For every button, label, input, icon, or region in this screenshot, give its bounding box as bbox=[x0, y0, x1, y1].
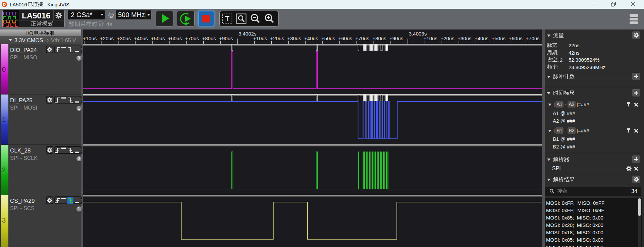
svg-text:+20us: +20us bbox=[270, 36, 284, 41]
svg-text:+90us: +90us bbox=[389, 36, 403, 41]
svg-text:+80us: +80us bbox=[202, 36, 216, 41]
svg-text:+40us: +40us bbox=[475, 36, 488, 41]
svg-text:+70us: +70us bbox=[185, 36, 199, 41]
svg-text:+20us: +20us bbox=[100, 36, 114, 41]
svg-text:+10us: +10us bbox=[424, 36, 437, 41]
svg-text:+30us: +30us bbox=[287, 36, 301, 41]
svg-text:+50us: +50us bbox=[151, 36, 165, 41]
svg-text:+30us: +30us bbox=[458, 36, 471, 41]
svg-text:+50us: +50us bbox=[321, 36, 335, 41]
svg-text:+60us: +60us bbox=[338, 36, 352, 41]
svg-text:+90us: +90us bbox=[219, 36, 233, 41]
svg-text:+10us: +10us bbox=[83, 36, 97, 41]
svg-text:+40us: +40us bbox=[304, 36, 318, 41]
svg-text:+70us: +70us bbox=[356, 36, 369, 41]
svg-text:+80us: +80us bbox=[372, 36, 386, 41]
svg-text:+10us: +10us bbox=[253, 36, 267, 41]
svg-text:+60us: +60us bbox=[168, 36, 182, 41]
svg-text:+70us: +70us bbox=[526, 36, 539, 41]
svg-text:+50us: +50us bbox=[492, 36, 505, 41]
svg-text:+30us: +30us bbox=[117, 36, 131, 41]
svg-text:+60us: +60us bbox=[509, 36, 523, 41]
svg-text:+20us: +20us bbox=[440, 36, 454, 41]
svg-text:+40us: +40us bbox=[134, 36, 148, 41]
